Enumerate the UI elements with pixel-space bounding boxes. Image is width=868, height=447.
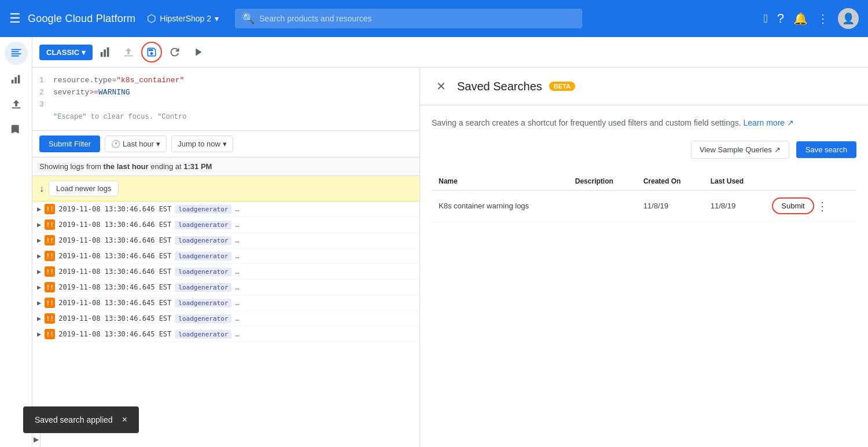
col-created-on: Created On [637, 173, 704, 190]
col-last-used: Last Used [704, 173, 766, 190]
svg-rect-1 [11, 51, 19, 52]
log-ellipsis: … [235, 236, 239, 244]
svg-rect-11 [124, 56, 133, 57]
expand-icon[interactable]: ▶ [37, 283, 41, 291]
log-tag: loadgenerator [175, 283, 231, 292]
log-tag: loadgenerator [175, 236, 231, 245]
search-actions: Submit ⋮ [765, 190, 856, 222]
help-icon[interactable]: ? [777, 11, 784, 26]
search-input[interactable] [259, 14, 575, 23]
refresh-button[interactable] [164, 42, 185, 63]
submit-filter-button[interactable]: Submit Filter [39, 135, 100, 152]
expand-icon[interactable]: ▶ [37, 252, 41, 260]
severity-badge: !! [45, 282, 55, 292]
cloud-shell-icon[interactable]:  [763, 12, 767, 25]
global-search[interactable]: 🔍 [235, 9, 582, 28]
expand-icon[interactable]: ▶ [37, 314, 41, 323]
snackbar-message: Saved search applied [35, 415, 113, 424]
toolbar: CLASSIC ▾ [32, 37, 868, 68]
more-options-icon[interactable]: ⋮ [817, 12, 829, 25]
snackbar: Saved search applied × [23, 406, 139, 433]
code-content-1: resource.type="k8s_container" [53, 75, 184, 87]
log-timestamp: 2019-11-08 13:30:46.646 EST [58, 252, 171, 260]
expand-icon[interactable]: ▶ [37, 299, 41, 307]
time-range-button[interactable]: 🕐 Last hour ▾ [105, 135, 167, 152]
log-ellipsis: … [235, 221, 239, 229]
code-editor[interactable]: 1 resource.type="k8s_container" 2 severi… [32, 68, 420, 131]
project-selector[interactable]: ⬡ HipsterShop 2 ▾ [147, 12, 219, 25]
log-ellipsis: … [235, 252, 239, 260]
log-ellipsis: … [235, 314, 239, 323]
upload-button[interactable] [118, 42, 139, 63]
notifications-icon[interactable]: 🔔 [793, 12, 808, 25]
jump-chevron: ▾ [223, 140, 227, 148]
submit-saved-search-button[interactable]: Submit [772, 197, 814, 214]
project-name: HipsterShop 2 [160, 14, 211, 23]
log-ellipsis: … [235, 299, 239, 307]
col-actions [765, 173, 856, 190]
expand-icon[interactable]: ▶ [37, 268, 41, 276]
expand-icon[interactable]: ▶ [37, 221, 41, 229]
external-link-icon: ↗ [787, 118, 794, 127]
bar-chart-button[interactable] [95, 42, 116, 63]
beta-badge: BETA [549, 82, 575, 91]
collapse-bar[interactable]: ▶ [32, 431, 41, 447]
search-name: K8s container warning logs [432, 190, 568, 222]
line-num-2: 2 [39, 87, 46, 99]
project-icon: ⬡ [147, 12, 156, 25]
snackbar-close-button[interactable]: × [122, 415, 127, 425]
sidebar-icons [0, 37, 32, 447]
avatar[interactable]: 👤 [838, 8, 859, 29]
svg-rect-7 [12, 108, 20, 109]
svg-rect-4 [11, 80, 13, 83]
table-row: ▶ !! 2019-11-08 13:30:46.646 EST loadgen… [32, 217, 420, 233]
log-ellipsis: … [235, 268, 239, 276]
more-options-button[interactable]: ⋮ [816, 199, 828, 213]
table-row: ▶ !! 2019-11-08 13:30:46.645 EST loadgen… [32, 327, 420, 342]
project-chevron: ▾ [215, 14, 219, 23]
load-newer-button[interactable]: Load newer logs [49, 181, 119, 196]
code-line-2: 2 severity>=WARNING [39, 87, 413, 99]
svg-rect-0 [11, 49, 21, 50]
saved-searches-header: ✕ Saved Searches BETA [420, 68, 868, 105]
col-name: Name [432, 173, 568, 190]
classic-button[interactable]: CLASSIC ▾ [39, 45, 93, 60]
sidebar-item-logs[interactable] [5, 42, 28, 65]
code-line-1: 1 resource.type="k8s_container" [39, 75, 413, 87]
severity-badge: !! [45, 313, 55, 324]
log-showing-text: Showing logs from the last hour ending a… [32, 157, 420, 176]
severity-badge: !! [45, 298, 55, 308]
close-panel-button[interactable]: ✕ [432, 77, 450, 96]
sidebar-item-export[interactable] [5, 93, 28, 116]
sidebar-item-metrics[interactable] [5, 67, 28, 90]
clock-icon: 🕐 [111, 140, 120, 148]
table-row: ▶ !! 2019-11-08 13:30:46.646 EST loadgen… [32, 201, 420, 217]
log-timestamp: 2019-11-08 13:30:46.645 EST [58, 314, 171, 323]
main-split: 1 resource.type="k8s_container" 2 severi… [32, 68, 868, 447]
log-timestamp: 2019-11-08 13:30:46.646 EST [58, 236, 171, 244]
expand-icon[interactable]: ▶ [37, 205, 41, 213]
description-text: Saving a search creates a shortcut for f… [432, 117, 856, 129]
learn-more-link[interactable]: Learn more ↗ [744, 118, 794, 127]
log-timestamp: 2019-11-08 13:30:46.646 EST [58, 221, 171, 229]
external-icon: ↗ [774, 145, 781, 154]
severity-badge: !! [45, 251, 55, 261]
save-button[interactable] [141, 42, 162, 63]
expand-icon[interactable]: ▶ [37, 236, 41, 244]
expand-icon[interactable]: ▶ [37, 330, 41, 338]
play-button[interactable] [187, 42, 208, 63]
severity-badge: !! [45, 204, 55, 214]
log-tag: loadgenerator [175, 299, 231, 307]
hamburger-icon[interactable]: ☰ [9, 11, 21, 26]
save-search-button[interactable]: Save search [796, 141, 856, 158]
log-timestamp: 2019-11-08 13:30:46.645 EST [58, 330, 171, 338]
table-row: ▶ !! 2019-11-08 13:30:46.646 EST loadgen… [32, 264, 420, 280]
log-tag: loadgenerator [175, 252, 231, 261]
log-ellipsis: … [235, 205, 239, 213]
jump-to-now-button[interactable]: Jump to now ▾ [171, 135, 233, 152]
search-created-on: 11/8/19 [637, 190, 704, 222]
sidebar-item-saved[interactable] [5, 118, 28, 141]
right-panel-body: Saving a search creates a shortcut for f… [420, 105, 868, 447]
view-sample-button[interactable]: View Sample Queries ↗ [691, 141, 789, 159]
line-num-3: 3 [39, 99, 46, 111]
